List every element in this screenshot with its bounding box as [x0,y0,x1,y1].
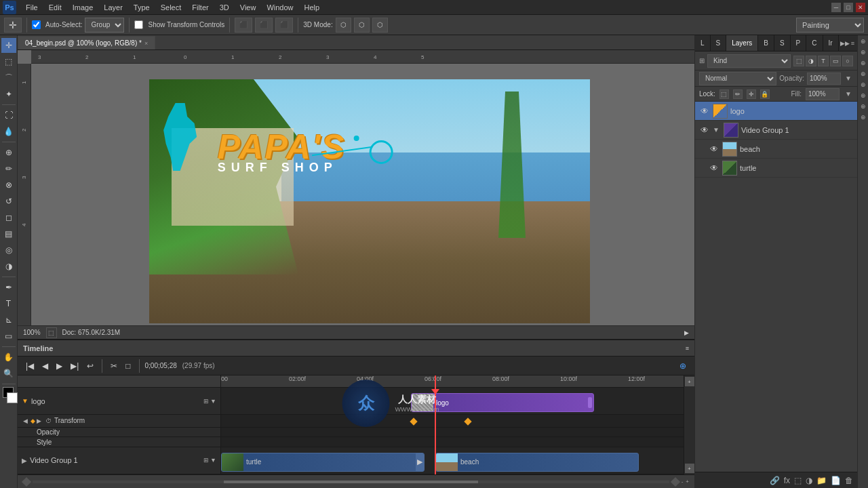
close-btn[interactable]: ✕ [856,3,865,12]
align-right-btn[interactable]: ⬛ [275,18,293,33]
crop-tool[interactable]: ⛶ [1,108,16,123]
layer-effects-btn[interactable]: fx [784,476,790,485]
type-tool[interactable]: T [1,296,16,311]
kf-stopwatch[interactable]: ⏱ [45,418,52,424]
vg-track-options[interactable]: ⊞ [203,457,209,464]
goto-start-btn[interactable]: |◀ [23,360,37,372]
layer-vis-turtle[interactable]: 👁 [709,163,719,174]
align-left-btn[interactable]: ⬛ [235,18,252,33]
healing-brush-tool[interactable]: ⊕ [1,145,16,160]
menu-help[interactable]: Help [299,2,326,13]
blur-tool[interactable]: ◎ [1,243,16,258]
opacity-chain-btn[interactable]: ▼ [844,74,853,83]
filter-shape-btn[interactable]: ▭ [830,56,841,66]
menu-select[interactable]: Select [155,2,187,13]
panel-tab-ir[interactable]: Ir [823,35,839,51]
path-selection-tool[interactable]: ⊾ [1,312,16,327]
move-tool[interactable]: ✛ [1,38,16,53]
document-tab[interactable]: 04_begin.psd @ 100% (logo, RGB/8) * × [18,36,155,49]
layer-vis-logo[interactable]: 👁 [699,106,710,117]
filter-text-btn[interactable]: T [818,56,829,66]
layer-vis-beach[interactable]: 👁 [709,144,719,155]
keyframe-1[interactable] [410,418,417,426]
panel-tab-s2[interactable]: S [774,35,791,51]
menu-layer[interactable]: Layer [98,2,128,13]
tl-zoom-in-btn[interactable]: + [686,479,689,485]
turtle-clip-end[interactable]: ▶ [416,453,424,471]
move-tool-btn[interactable]: ✛ [4,18,22,33]
timeline-menu-btn[interactable]: ≡ [686,345,689,352]
align-center-btn[interactable]: ⬛ [255,18,273,33]
kf-nav-right[interactable]: ▶ [37,418,41,424]
loop-btn[interactable]: ↩ [84,360,96,372]
new-group-btn[interactable]: 📁 [816,476,827,485]
minimize-btn[interactable]: ─ [831,3,841,12]
fill-input[interactable] [806,88,840,100]
clip-end-handle[interactable] [588,397,592,408]
dodge-tool[interactable]: ◑ [1,259,16,274]
3dmode-btn2[interactable]: ⬡ [354,18,370,33]
side-icon-5[interactable]: ⊕ [859,81,867,89]
menu-type[interactable]: Type [128,2,155,13]
add-media-btn[interactable]: ⊕ [677,360,689,372]
layer-vis-vg[interactable]: 👁 [699,125,710,136]
kf-diamond[interactable]: ◆ [31,418,35,424]
panel-tab-b[interactable]: B [758,35,774,51]
fill-chain-btn[interactable]: ▼ [844,89,853,99]
razor-btn[interactable]: ✂ [108,360,120,372]
panel-tab-c[interactable]: C [806,35,823,51]
menu-window[interactable]: Window [261,2,298,13]
menu-filter[interactable]: Filter [186,2,214,13]
tl-end-marker[interactable] [671,476,680,486]
tl-scroll-down-btn[interactable]: + [685,464,694,473]
adjustment-btn[interactable]: ◑ [806,476,812,485]
zoom-tool[interactable]: 🔍 [1,366,16,381]
tl-scroll-thumb[interactable] [224,481,478,483]
keyframe-2[interactable] [464,418,471,426]
maximize-btn[interactable]: □ [844,3,853,12]
link-layers-btn[interactable]: 🔗 [770,476,780,485]
lock-pos-btn[interactable]: ✛ [747,89,756,99]
filter-adj-btn[interactable]: ◑ [806,56,816,66]
auto-select-checkbox[interactable] [32,20,41,29]
panel-menu-btn[interactable]: ≡ [851,40,854,47]
filter-pixel-btn[interactable]: ⬚ [793,56,804,66]
beach-clip[interactable]: beach [435,453,639,472]
layer-item-video-group[interactable]: 👁 ▼ Video Group 1 [695,121,857,140]
side-icon-3[interactable]: ⊕ [859,60,867,68]
blend-mode-dropdown[interactable]: Normal Multiply Screen Overlay [699,72,776,85]
panel-tab-layers[interactable]: Layers [726,35,758,51]
menu-edit[interactable]: Edit [43,2,67,13]
opacity-input[interactable] [807,73,841,85]
3dmode-btn1[interactable]: ⬡ [336,18,351,33]
clone-stamp-tool[interactable]: ⊗ [1,178,16,192]
menu-image[interactable]: Image [67,2,99,13]
logo-clip[interactable]: logo [411,393,594,412]
layer-type-filter[interactable]: Kind Name Effect Mode Attribute Color [707,54,791,68]
logo-track-add[interactable]: ▼ [210,398,216,405]
menu-file[interactable]: File [20,2,43,13]
kf-nav-left[interactable]: ◀ [23,418,28,424]
panel-tab-s[interactable]: S [711,35,727,51]
delete-layer-btn[interactable]: 🗑 [845,476,853,485]
new-layer-btn[interactable]: 📄 [831,476,841,485]
marquee-tool[interactable]: ⬚ [1,54,16,69]
eraser-tool[interactable]: ◻ [1,210,16,225]
tl-scroll-track[interactable] [684,388,694,462]
panel-expand-btn[interactable]: ▶▶ [840,40,850,47]
shape-tool[interactable]: ▭ [1,329,16,344]
lasso-tool[interactable]: ⌒ [1,70,16,85]
menu-view[interactable]: View [235,2,262,13]
lock-paint-btn[interactable]: ✏ [733,89,743,99]
layer-item-turtle[interactable]: 👁 turtle [695,159,857,178]
turtle-clip[interactable]: turtle ▶ [221,453,425,472]
side-icon-1[interactable]: ⊕ [859,38,867,46]
layer-item-logo[interactable]: 👁 logo [695,102,857,121]
logo-track-expand[interactable]: ▼ [22,397,28,405]
side-icon-4[interactable]: ⊕ [859,70,867,79]
transform-controls-checkbox[interactable] [134,20,143,29]
tl-start-marker[interactable] [22,476,31,486]
screen-mode-btn[interactable]: ⬚ [46,327,57,338]
background-color[interactable] [7,392,18,403]
workspace-dropdown[interactable]: Painting Essentials Photography [796,18,864,33]
